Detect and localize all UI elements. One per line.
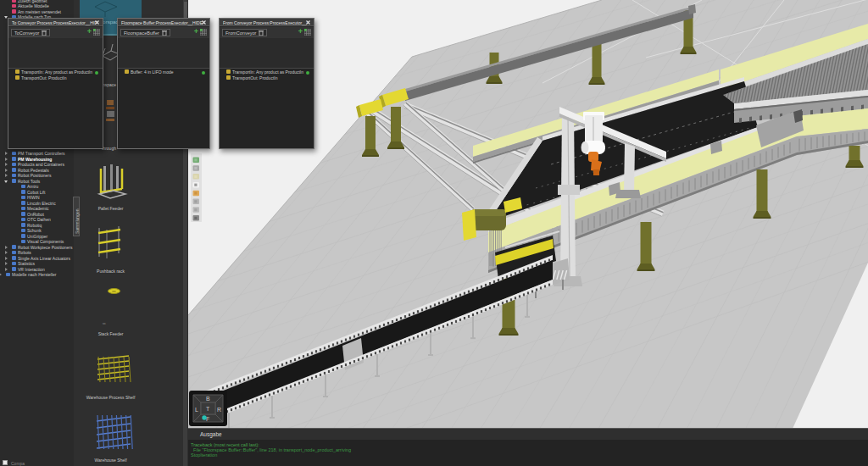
svg-text:F: F — [206, 416, 209, 422]
svg-text:R: R — [217, 407, 221, 413]
svg-text:B: B — [206, 396, 210, 402]
svg-text:T: T — [206, 406, 210, 412]
svg-text:L: L — [195, 407, 198, 413]
